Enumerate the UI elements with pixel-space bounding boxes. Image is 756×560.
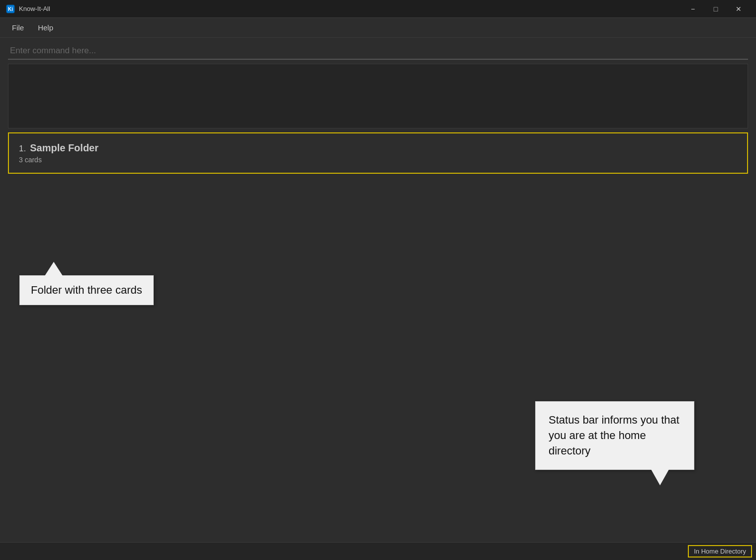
menu-bar: File Help bbox=[0, 18, 756, 38]
app-logo: Ki bbox=[6, 4, 15, 13]
folder-count: 3 cards bbox=[19, 156, 737, 164]
command-area bbox=[0, 38, 756, 60]
folder-list: 1. Sample Folder 3 cards bbox=[8, 132, 748, 174]
tooltip-status-text: Status bar informs you that you are at t… bbox=[549, 414, 679, 457]
menu-item-file[interactable]: File bbox=[6, 20, 30, 35]
status-text: In Home Directory bbox=[688, 545, 752, 558]
tooltip-status: Status bar informs you that you are at t… bbox=[535, 401, 694, 470]
app-title: Know-It-All bbox=[19, 5, 50, 12]
svg-text:Ki: Ki bbox=[8, 6, 13, 12]
folder-name: Sample Folder bbox=[30, 142, 98, 154]
minimize-button[interactable]: − bbox=[681, 0, 704, 18]
tooltip-folder: Folder with three cards bbox=[19, 275, 154, 305]
close-button[interactable]: ✕ bbox=[727, 0, 750, 18]
title-bar-left: Ki Know-It-All bbox=[6, 4, 50, 13]
maximize-button[interactable]: □ bbox=[704, 0, 727, 18]
status-bar: In Home Directory bbox=[0, 542, 756, 560]
folder-item-header: 1. Sample Folder bbox=[19, 142, 737, 154]
folder-number: 1. bbox=[19, 144, 26, 154]
folder-item[interactable]: 1. Sample Folder 3 cards bbox=[8, 132, 748, 174]
command-input[interactable] bbox=[8, 43, 748, 60]
title-bar: Ki Know-It-All − □ ✕ bbox=[0, 0, 756, 18]
output-area bbox=[8, 64, 748, 128]
menu-item-help[interactable]: Help bbox=[32, 20, 59, 35]
title-bar-controls: − □ ✕ bbox=[681, 0, 750, 18]
tooltip-folder-text: Folder with three cards bbox=[31, 284, 142, 296]
